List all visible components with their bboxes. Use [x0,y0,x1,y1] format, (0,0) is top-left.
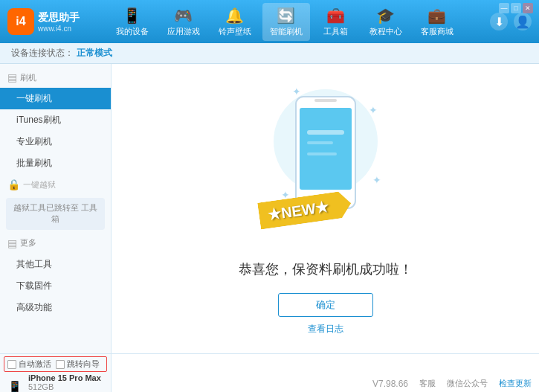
status-prefix: 设备连接状态： [11,47,74,60]
sidebar-item-other-tools[interactable]: 其他工具 [0,254,111,275]
my-device-label: 我的设备 [116,26,149,37]
advanced-label: 高级功能 [16,302,52,312]
ringtone-label: 铃声壁纸 [219,26,251,37]
tutorial-label: 教程中心 [369,26,402,37]
svg-rect-5 [307,141,333,144]
nav-tutorial[interactable]: 🎓 教程中心 [362,3,410,41]
svg-rect-6 [307,152,337,155]
flash-label: 智能刷机 [270,26,303,37]
device-icon: 📱 [7,380,22,393]
goto-guide-check[interactable] [56,360,65,369]
status-value: 正常模式 [77,47,112,60]
pro-flash-label: 专业刷机 [16,136,52,147]
sidebar-item-download-firmware[interactable]: 下载固件 [0,275,111,297]
one-key-flash-label: 一键刷机 [16,93,52,103]
nav-apps-games[interactable]: 🎮 应用游戏 [160,3,207,41]
wechat-link[interactable]: 微信公众号 [447,378,488,389]
nav-bar: 📱 我的设备 🎮 应用游戏 🔔 铃声壁纸 🔄 智能刷机 🧰 工具箱 🎓 [97,3,472,41]
toolbox-icon: 🧰 [326,7,345,25]
download-firmware-label: 下载固件 [16,280,52,291]
auto-actions-box: 自动激活 跳转向导 [4,356,107,372]
svg-rect-3 [314,99,337,102]
logo-icon: i4 [7,8,34,35]
apps-label: 应用游戏 [167,26,200,37]
nav-toolbox[interactable]: 🧰 工具箱 [314,3,358,41]
view-log-link[interactable]: 查看日志 [308,323,343,335]
bottom-panel: 自动激活 跳转向导 📱 iPhone 15 Pro Max 512GB iPho… [0,353,539,392]
auto-activate-check[interactable] [7,360,16,369]
bottom-status-bar: V7.98.66 客服 微信公众号 检查更新 [112,354,539,392]
logo-area: i4 爱思助手 www.i4.cn [7,8,97,35]
apps-icon: 🎮 [174,7,193,25]
auto-activate-checkbox[interactable]: 自动激活 [7,359,51,370]
ringtone-icon: 🔔 [225,7,244,25]
version-label: V7.98.66 [372,379,408,389]
my-device-icon: 📱 [123,7,141,25]
success-message: 恭喜您，保资料刷机成功啦！ [239,260,413,278]
auto-activate-label: 自动激活 [19,359,51,370]
new-text: ★NEW★ [266,199,329,223]
sidebar-group-flash: ▤ 刷机 [0,67,111,88]
new-ribbon: ★NEW★ [257,190,352,229]
star-icon-2: ✦ [369,104,378,116]
device-details: iPhone 15 Pro Max 512GB iPhone [28,373,101,392]
confirm-button[interactable]: 确定 [278,293,373,317]
sidebar-item-itunes-flash[interactable]: iTunes刷机 [0,109,111,131]
tutorial-icon: 🎓 [376,7,395,25]
main-content: ✦ ✦ ✦ ✦ [112,64,539,353]
sidebar-item-advanced[interactable]: 高级功能 [0,297,111,318]
service-icon: 💼 [427,7,446,25]
nav-service[interactable]: 💼 客服商城 [413,3,461,41]
status-bar: 设备连接状态： 正常模式 [0,43,539,64]
itunes-flash-label: iTunes刷机 [16,115,61,125]
notice-text: 越狱工具已跳转至 工具箱 [13,203,97,223]
check-update-link[interactable]: 检查更新 [499,378,532,389]
app-name: 爱思助手 [38,11,80,25]
client-service-link[interactable]: 客服 [419,378,436,389]
lock-icon: 🔒 [7,179,20,190]
logo-text: 爱思助手 www.i4.cn [38,11,80,33]
goto-guide-checkbox[interactable]: 跳转向导 [56,359,100,370]
close-button[interactable]: ✕ [523,3,533,13]
star-icon-3: ✦ [372,174,381,186]
service-label: 客服商城 [421,26,454,37]
flash-group-label: 刷机 [20,72,36,83]
sidebar: ▤ 刷机 一键刷机 iTunes刷机 专业刷机 批量刷机 🔒 一键越狱 越狱工具… [0,64,112,353]
flash-icon: 🔄 [277,7,295,25]
header: i4 爱思助手 www.i4.cn 📱 我的设备 🎮 应用游戏 🔔 铃声壁纸 🔄… [0,0,539,43]
goto-guide-label: 跳转向导 [67,359,100,370]
sidebar-item-batch-flash[interactable]: 批量刷机 [0,152,111,174]
window-controls: — □ ✕ [499,3,533,13]
device-name: iPhone 15 Pro Max [28,373,101,382]
minimize-button[interactable]: — [499,3,509,13]
download-button[interactable]: ⬇ [490,13,508,30]
maximize-button[interactable]: □ [511,3,521,13]
more-icon: ▤ [7,237,17,249]
bottom-sidebar: 自动激活 跳转向导 📱 iPhone 15 Pro Max 512GB iPho… [0,354,112,392]
nav-smart-flash[interactable]: 🔄 智能刷机 [262,3,310,41]
sidebar-item-pro-flash[interactable]: 专业刷机 [0,131,111,152]
sidebar-group-jailbreak: 🔒 一键越狱 [0,174,111,195]
more-group-label: 更多 [20,237,36,248]
user-button[interactable]: 👤 [514,13,532,30]
svg-rect-4 [307,130,344,135]
nav-my-device[interactable]: 📱 我的设备 [109,3,156,41]
jailbreak-notice: 越狱工具已跳转至 工具箱 [6,198,105,230]
sidebar-item-one-key-flash[interactable]: 一键刷机 [0,88,111,109]
batch-flash-label: 批量刷机 [16,158,52,168]
nav-ringtones[interactable]: 🔔 铃声壁纸 [211,3,259,41]
toolbox-label: 工具箱 [323,26,348,37]
device-storage: 512GB [28,382,101,391]
phone-illustration: ✦ ✦ ✦ ✦ [251,82,400,245]
flash-group-icon: ▤ [7,71,17,83]
device-info: 📱 iPhone 15 Pro Max 512GB iPhone [4,372,107,392]
other-tools-label: 其他工具 [16,259,52,269]
header-right: ⬇ 👤 [472,13,532,30]
app-url: www.i4.cn [38,25,80,33]
svg-rect-1 [300,108,352,190]
sidebar-group-more: ▤ 更多 [0,233,111,254]
jailbreak-label: 一键越狱 [23,179,56,190]
